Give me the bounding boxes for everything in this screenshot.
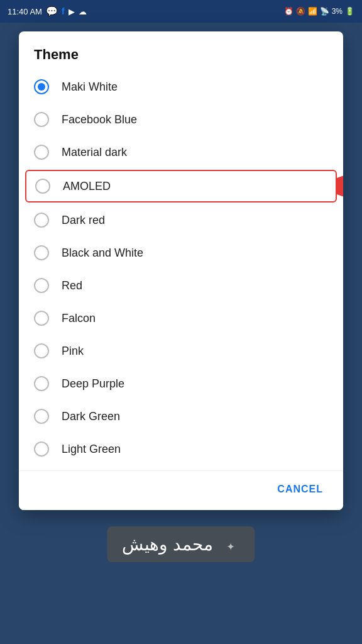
- status-bar: 11:40 AM 💬 f ▶ ☁ ⏰ 🔕 📶 📡 3% 🔋: [0, 0, 362, 23]
- option-item-pink[interactable]: Pink: [19, 335, 343, 367]
- option-item-material-dark[interactable]: Material dark: [19, 136, 343, 169]
- alarm-icon: ⏰: [284, 7, 293, 16]
- mute-icon: 🔕: [296, 7, 305, 16]
- facebook-icon: f: [62, 6, 65, 16]
- radio-facebook-blue: [34, 112, 49, 127]
- radio-light-green: [34, 441, 49, 457]
- option-label-dark-green: Dark Green: [62, 410, 120, 423]
- option-label-facebook-blue: Facebook Blue: [62, 113, 137, 126]
- radio-pink: [34, 343, 49, 358]
- dialog-title: Theme: [19, 31, 343, 70]
- options-list: Maki WhiteFacebook BlueMaterial darkAMOL…: [19, 70, 343, 470]
- radio-dark-green: [34, 409, 49, 424]
- option-label-red: Red: [62, 279, 82, 292]
- option-item-amoled[interactable]: AMOLED: [25, 170, 337, 203]
- option-item-facebook-blue[interactable]: Facebook Blue: [19, 103, 343, 136]
- radio-falcon: [34, 311, 49, 326]
- wifi-icon: 📶: [308, 7, 317, 16]
- option-label-pink: Pink: [62, 345, 84, 358]
- option-item-dark-red[interactable]: Dark red: [19, 204, 343, 236]
- option-item-dark-green[interactable]: Dark Green: [19, 400, 343, 433]
- option-item-light-green[interactable]: Light Green: [19, 433, 343, 465]
- radio-amoled: [35, 179, 50, 194]
- signal-icon: 📡: [320, 7, 329, 16]
- radio-deep-purple: [34, 376, 49, 391]
- option-label-falcon: Falcon: [62, 312, 96, 325]
- option-item-red[interactable]: Red: [19, 269, 343, 302]
- radio-maki-white: [34, 79, 49, 94]
- option-label-black-and-white: Black and White: [62, 247, 143, 260]
- option-label-dark-red: Dark red: [62, 214, 105, 227]
- whatsapp-icon: 💬: [46, 6, 58, 17]
- app-icon: ☁: [79, 7, 87, 16]
- option-label-deep-purple: Deep Purple: [62, 377, 124, 391]
- red-arrow-annotation: [336, 170, 343, 202]
- theme-dialog: Theme Maki WhiteFacebook BlueMaterial da…: [19, 31, 343, 510]
- radio-dark-red: [34, 213, 49, 228]
- radio-material-dark: [34, 145, 49, 160]
- time-display: 11:40 AM: [8, 7, 42, 16]
- option-item-deep-purple[interactable]: Deep Purple: [19, 367, 343, 400]
- option-item-maki-white[interactable]: Maki White: [19, 70, 343, 103]
- status-bar-right: ⏰ 🔕 📶 📡 3% 🔋: [284, 7, 354, 16]
- cancel-button[interactable]: CANCEL: [270, 479, 331, 500]
- option-item-falcon[interactable]: Falcon: [19, 302, 343, 335]
- radio-black-and-white: [34, 245, 49, 260]
- play-icon: ▶: [69, 7, 75, 16]
- option-label-maki-white: Maki White: [62, 80, 118, 94]
- dialog-footer: CANCEL: [19, 470, 343, 510]
- option-label-material-dark: Material dark: [62, 146, 127, 159]
- option-label-light-green: Light Green: [62, 443, 121, 456]
- option-label-amoled: AMOLED: [63, 180, 111, 193]
- battery-display: 3%: [332, 7, 343, 16]
- status-bar-left: 11:40 AM 💬 f ▶ ☁: [8, 6, 87, 17]
- option-item-black-and-white[interactable]: Black and White: [19, 236, 343, 269]
- radio-red: [34, 278, 49, 293]
- battery-icon: 🔋: [345, 7, 354, 16]
